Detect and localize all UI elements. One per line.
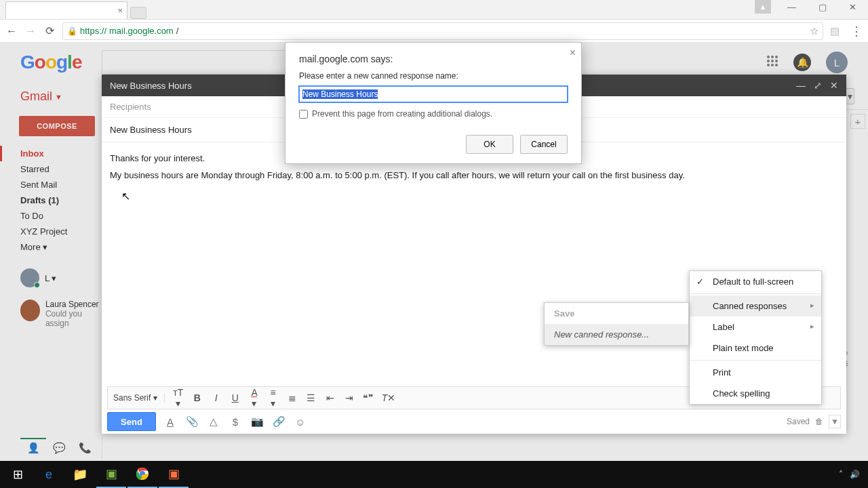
align-icon[interactable]: ≡ ▾	[268, 387, 279, 409]
file-explorer-icon[interactable]: 📁	[65, 461, 95, 488]
bullet-list-icon[interactable]: ☰	[306, 392, 317, 403]
bookmark-star-icon[interactable]: ☆	[810, 25, 818, 37]
dialog-prevent-checkbox[interactable]: Prevent this page from creating addition…	[299, 109, 568, 119]
menu-print[interactable]: Print	[690, 362, 821, 383]
link-icon[interactable]: 🔗	[271, 415, 286, 428]
tray-chevron-icon[interactable]: ˄	[839, 470, 843, 479]
italic-icon[interactable]: I	[211, 392, 222, 403]
url-host: mail.google.com	[109, 26, 174, 36]
lock-icon: 🔒	[67, 26, 77, 36]
numbered-list-icon[interactable]: ≣	[287, 392, 298, 403]
indent-more-icon[interactable]: ⇥	[344, 392, 355, 403]
chrome-icon[interactable]	[127, 461, 157, 488]
js-prompt-dialog: × mail.google.com says: Please enter a n…	[285, 42, 582, 164]
nav-back-icon[interactable]: ←	[5, 25, 18, 37]
app-icon-green[interactable]: ▣	[96, 461, 126, 488]
font-size-icon[interactable]: тT ▾	[173, 387, 184, 409]
url-path: /	[176, 26, 179, 36]
browser-tab[interactable]: ×	[5, 1, 127, 19]
window-close[interactable]: ✕	[837, 0, 868, 14]
formatting-toggle-icon[interactable]: A	[163, 416, 178, 428]
canned-save-header: Save	[545, 303, 688, 324]
attach-icon[interactable]: 📎	[184, 415, 199, 428]
font-select[interactable]: Sans Serif ▾	[113, 393, 165, 403]
clear-format-icon[interactable]: T✕	[382, 392, 393, 403]
start-button[interactable]: ⊞	[3, 461, 33, 488]
compose-close-icon[interactable]: ✕	[830, 80, 838, 91]
compose-actions: Send A 📎 △ $ 📷 🔗 ☺ Saved 🗑 ▼	[102, 409, 846, 434]
tab-close-icon[interactable]: ×	[117, 5, 123, 16]
menu-canned-responses[interactable]: Canned responses	[690, 296, 821, 317]
nav-forward-icon: →	[24, 25, 37, 37]
app-icon-orange[interactable]: ▣	[159, 461, 189, 488]
dialog-message: Please enter a new canned response name:	[299, 71, 568, 81]
menu-label[interactable]: Label	[690, 317, 821, 338]
photo-icon[interactable]: 📷	[250, 415, 264, 428]
send-button[interactable]: Send	[107, 412, 156, 431]
nav-reload-icon[interactable]: ⟳	[43, 24, 56, 37]
reader-icon[interactable]: ▤	[830, 25, 840, 37]
bold-icon[interactable]: B	[192, 392, 203, 403]
dialog-cancel-button[interactable]: Cancel	[520, 135, 568, 154]
menu-check-spelling[interactable]: Check spelling	[690, 383, 821, 404]
dialog-origin: mail.google.com says:	[299, 54, 568, 64]
compose-title-text: New Business Hours	[110, 81, 192, 91]
emoji-icon[interactable]: ☺	[293, 416, 308, 428]
dialog-input[interactable]	[299, 86, 568, 102]
address-bar[interactable]: 🔒 https://mail.google.com/ ☆	[62, 22, 823, 40]
dialog-ok-button[interactable]: OK	[466, 135, 513, 154]
indent-less-icon[interactable]: ⇤	[325, 392, 336, 403]
more-options-button[interactable]: ▼	[829, 415, 841, 428]
text-color-icon[interactable]: A ▾	[249, 387, 260, 409]
chrome-menu-icon[interactable]: ⋮	[850, 24, 863, 39]
quote-icon[interactable]: ❝❞	[363, 392, 374, 403]
window-maximize[interactable]: ▢	[807, 0, 837, 14]
more-options-menu: Default to full-screen Canned responses …	[689, 270, 822, 405]
chrome-profile-icon[interactable]: ▲	[755, 0, 771, 14]
browser-chrome: ▲ — ▢ ✕ × ← → ⟳ 🔒 https://mail.google.co…	[0, 0, 868, 42]
discard-icon[interactable]: 🗑	[815, 417, 823, 426]
dialog-close-icon[interactable]: ×	[570, 47, 576, 59]
body-line: My business hours are Monday through Fri…	[110, 167, 838, 184]
prevent-label: Prevent this page from creating addition…	[312, 109, 492, 119]
compose-minimize-icon[interactable]: —	[796, 80, 806, 91]
menu-default-fullscreen[interactable]: Default to full-screen	[690, 271, 821, 292]
windows-taskbar: ⊞ e 📁 ▣ ▣ ˄ 🔊	[0, 461, 868, 488]
window-minimize[interactable]: —	[776, 0, 807, 14]
canned-responses-submenu: Save New canned response...	[544, 302, 689, 346]
money-icon[interactable]: $	[228, 416, 243, 428]
compose-popout-icon[interactable]: ⤢	[814, 80, 822, 91]
drive-icon[interactable]: △	[206, 415, 221, 428]
edge-icon[interactable]: e	[34, 461, 64, 488]
tray-volume-icon[interactable]: 🔊	[850, 470, 860, 479]
menu-plain-text[interactable]: Plain text mode	[690, 338, 821, 359]
canned-new-response[interactable]: New canned response...	[545, 324, 688, 345]
url-scheme: https://	[80, 26, 106, 36]
prevent-checkbox[interactable]	[299, 110, 308, 119]
new-tab-button[interactable]	[130, 7, 146, 19]
underline-icon[interactable]: U	[230, 392, 241, 403]
saved-status: Saved	[787, 417, 810, 426]
